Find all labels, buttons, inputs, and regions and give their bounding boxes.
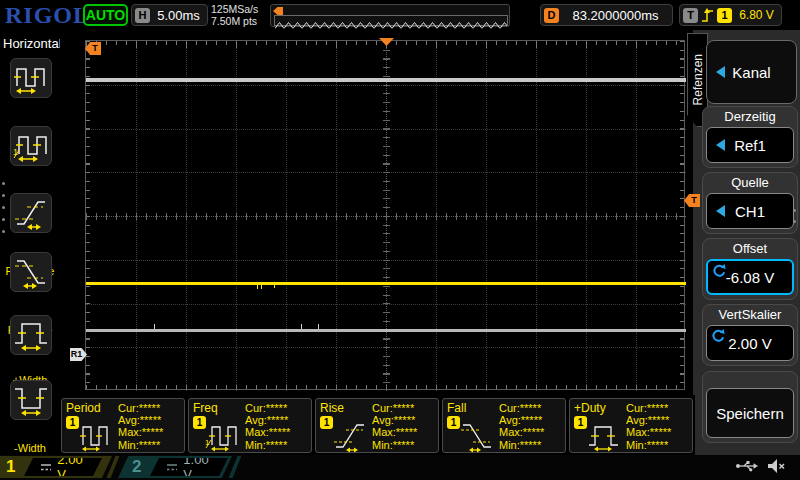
rise-time-icon [13, 195, 49, 231]
rise-time-icon [331, 415, 369, 453]
channel2-number: 2 [132, 457, 141, 477]
vertical-scale-group: VertSkalier 2.00 V [702, 304, 798, 366]
measure-label: +Duty [574, 401, 606, 415]
source-title: Quelle [703, 173, 797, 193]
measure-cell-fall: Fall 1 Cur:***** Avg:***** Max:***** Min… [442, 398, 566, 453]
menu-item-minus-width[interactable] [10, 380, 52, 420]
oscilloscope-screen: RIGOL AUTO H 5.00ms 125MSa/s 7.50M pts [0, 0, 800, 480]
trigger-slope-icon [701, 7, 714, 23]
plus-duty-icon [585, 415, 623, 453]
source-group: Quelle CH1 [702, 172, 798, 234]
ch1-glitch [274, 285, 275, 288]
measure-label: Period [66, 401, 101, 415]
dc-coupling-icon [166, 463, 177, 472]
ref-glitch [318, 324, 319, 329]
submenu-arrow-icon [716, 139, 725, 151]
measure-stats: Cur:***** Avg:***** Max:***** Min:***** [626, 402, 671, 451]
acquisition-status-badge: AUTO [83, 4, 128, 26]
status-icons [735, 458, 786, 474]
kanal-button[interactable]: Kanal [706, 40, 797, 104]
offset-button[interactable]: -6.08 V [706, 259, 794, 295]
h-key-icon: H [135, 8, 150, 23]
channel1-scale-box: 2.00 V [24, 458, 102, 476]
ref-glitch [154, 324, 155, 329]
measure-stats: Cur:***** Avg:***** Max:***** Min:***** [372, 402, 417, 451]
menu-item-period[interactable] [10, 58, 52, 98]
preview-trigger-marker-icon [273, 7, 283, 15]
freq-icon: 1 [13, 128, 49, 164]
ref-glitch [301, 324, 302, 329]
kanal-button-label: Kanal [732, 64, 770, 81]
submenu-arrow-icon [716, 66, 725, 78]
badge-stripe [229, 456, 242, 478]
freq-icon: 1 [204, 415, 242, 453]
menu-item-fall-time[interactable] [10, 252, 52, 292]
scroll-dot [793, 220, 796, 223]
channel1-scale: 2.00 V [57, 452, 90, 480]
memory-depth: 7.50M pts [211, 15, 258, 27]
ref1-position-marker[interactable]: R1 [70, 348, 87, 361]
top-status-bar: RIGOL AUTO H 5.00ms 125MSa/s 7.50M pts [0, 0, 800, 30]
submenu-arrow-icon [716, 205, 725, 217]
scroll-dot [2, 206, 5, 209]
measure-stats: Cur:***** Avg:***** Max:***** Min:***** [118, 402, 163, 451]
menu-item-rise-time[interactable] [10, 193, 52, 233]
delay-value: 83.2000000ms [559, 8, 672, 23]
measure-cell-plus-duty: +Duty 1 Cur:***** Avg:***** Max:***** Mi… [569, 398, 693, 453]
waveform-preview [270, 4, 510, 27]
current-ref-title: Derzeitig [703, 107, 797, 127]
speaker-muted-icon [767, 458, 786, 474]
measure-cell-rise: Rise 1 Cur:***** Avg:***** Max:***** Min… [315, 398, 439, 453]
ch1-waveform [86, 282, 686, 285]
horizontal-measure-menu: Horizontal Period 1 Freq [0, 30, 60, 455]
channel-status-bar: 1 2.00 V 2 1.00 V [0, 455, 800, 480]
delay-box: D 83.2000000ms [540, 4, 673, 26]
measure-stats: Cur:***** Avg:***** Max:***** Min:***** [499, 402, 544, 451]
measure-stats: Cur:***** Avg:***** Max:***** Min:***** [245, 402, 290, 451]
offset-value: -6.08 V [726, 269, 774, 286]
scroll-dot [2, 182, 5, 185]
menu-item-freq[interactable]: 1 [10, 126, 52, 166]
save-group: Speichern [702, 371, 798, 443]
knob-icon [711, 263, 726, 278]
menu-item-minus-width-label: -Width [0, 442, 60, 454]
trigger-source-badge: 1 [717, 8, 732, 23]
current-ref-button[interactable]: Ref1 [706, 127, 794, 163]
center-horizontal-ticks [86, 213, 686, 220]
channel2-badge[interactable]: 2 1.00 V [118, 456, 232, 478]
trigger-level-value: 6.80 V [732, 8, 781, 22]
scroll-dot [793, 209, 796, 212]
trigger-level-marker[interactable]: T [684, 194, 700, 207]
dc-coupling-icon [40, 463, 51, 472]
preview-waveform-strip [274, 15, 508, 26]
ref1-waveform-top [86, 78, 686, 82]
period-icon [13, 60, 49, 96]
trigger-box: T 1 6.80 V [679, 4, 782, 26]
current-ref-group: Derzeitig Ref1 [702, 106, 798, 168]
channel2-scale-box: 1.00 V [150, 458, 228, 476]
horizontal-timebase-box: H 5.00ms [131, 4, 208, 26]
menu-item-plus-width[interactable] [10, 315, 52, 355]
ref1-waveform-bottom [86, 329, 686, 332]
source-value: CH1 [735, 203, 765, 220]
measure-label: Rise [320, 401, 344, 415]
scroll-dot [2, 194, 5, 197]
current-ref-value: Ref1 [734, 137, 766, 154]
vertical-scale-button[interactable]: 2.00 V [706, 325, 794, 361]
channel1-badge[interactable]: 1 2.00 V [0, 456, 112, 478]
ch1-glitch [261, 285, 262, 289]
channel2-scale: 1.00 V [183, 452, 216, 480]
offset-group: Offset -6.08 V [702, 238, 798, 300]
preview-zigzag-icon [275, 21, 507, 30]
fall-time-icon [13, 254, 49, 290]
period-icon [77, 415, 115, 453]
source-button[interactable]: CH1 [706, 193, 794, 229]
ch1-glitch [257, 285, 258, 289]
save-button[interactable]: Speichern [706, 388, 794, 438]
minus-width-icon [13, 382, 49, 418]
graticule: T T R1 [85, 40, 685, 390]
measure-label: Fall [447, 401, 466, 415]
scroll-dot [2, 230, 5, 233]
trigger-key-icon: T [683, 8, 698, 23]
reference-menu-panel: Refenzen Kanal Derzeitig Ref1 Quelle CH1… [693, 30, 800, 455]
